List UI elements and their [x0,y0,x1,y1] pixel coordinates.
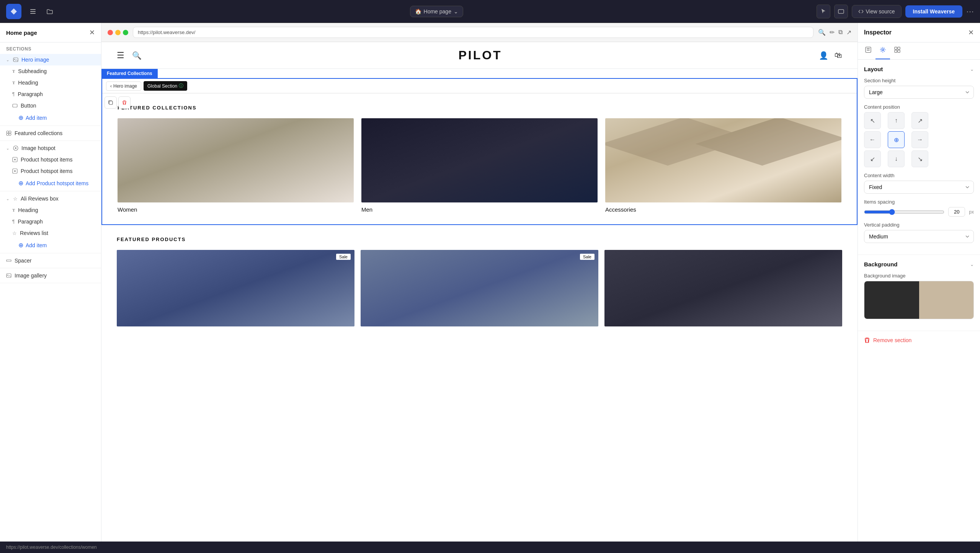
items-spacing-row: Items spacing px [864,199,974,217]
content-width-select[interactable]: Full Fixed Narrow [864,181,974,194]
page-selector[interactable]: 🏠 Home page ⌄ [410,6,463,17]
inspector-close-icon[interactable]: ✕ [968,28,974,37]
store-search-icon[interactable]: 🔍 [132,51,142,60]
position-e-btn[interactable]: → [911,131,928,148]
sidebar-item-reviews-list[interactable]: ☆ Reviews list [0,227,101,239]
position-sw-btn[interactable]: ↙ [864,150,881,167]
maximize-dot[interactable] [123,30,128,35]
cursor-tool-btn[interactable] [817,5,830,18]
browser-chrome: https://pilot.weaverse.dev/ 🔍 ✏ ⧉ ↗ [101,23,858,42]
global-section-badge[interactable]: Global Section ⓘ [144,81,187,91]
sidebar-item-featured-collections[interactable]: Featured collections [0,127,101,139]
vertical-padding-select[interactable]: None Small Medium Large [864,230,974,243]
collection-card-men[interactable]: Men [361,118,598,213]
minimize-dot[interactable] [115,30,121,35]
hero-image-group: ⌄ Hero image T Subheading T Heading ¶ Pa… [0,54,101,126]
layout-section-header[interactable]: Layout ⌄ [864,66,974,72]
account-icon[interactable]: 👤 [819,51,828,60]
collection-card-accessories[interactable]: Accessories [605,118,841,213]
inspector-tab-layout[interactable] [861,42,875,59]
sidebar-item-spacer[interactable]: Spacer [0,255,101,266]
global-section-label: Global Section [147,83,177,89]
install-label: Install Weaverse [913,8,955,15]
main-layout: Home page ✕ Sections ⌄ Hero image T Subh… [0,23,980,542]
delete-section-btn[interactable] [118,96,131,109]
items-spacing-label: Items spacing [864,199,974,205]
remove-section-label: Remove section [873,337,911,343]
sidebar-add-item-1[interactable]: ⊕ Add item [0,111,101,124]
hotspot-icon [13,145,18,151]
sidebar-item-label-paragraph: Paragraph [18,91,42,97]
items-spacing-value[interactable] [948,207,965,217]
sidebar-item-hero-image[interactable]: ⌄ Hero image [0,54,101,65]
background-section-header[interactable]: Background ⌄ [864,261,974,268]
svg-rect-21 [109,101,113,104]
remove-section-btn[interactable]: Remove section [858,331,980,349]
sidebar-item-subheading[interactable]: T Subheading [0,65,101,77]
more-options-icon[interactable]: ⋯ [966,7,974,16]
sidebar-item-paragraph-2[interactable]: ¶ Paragraph [0,216,101,227]
inspector-tab-grid[interactable] [890,42,905,59]
bg-preview-light [919,281,974,319]
svg-point-11 [9,133,11,135]
featured-collections-badge[interactable]: Featured Collections [101,69,158,78]
sidebar-item-heading-2[interactable]: T Heading [0,204,101,216]
browser-url-bar[interactable]: https://pilot.weaverse.dev/ [133,27,813,38]
copy-section-btn[interactable] [105,96,117,109]
tab-icon[interactable]: ⧉ [838,29,843,36]
product-card-2[interactable]: Sale [361,250,598,326]
hamburger-icon[interactable]: ☰ [117,51,124,60]
layers-icon-btn[interactable] [26,5,40,18]
type-icon-3: T [12,208,15,212]
position-w-btn[interactable]: ← [864,131,881,148]
position-nw-btn[interactable]: ↖ [864,112,881,129]
sidebar-item-paragraph[interactable]: ¶ Paragraph [0,88,101,100]
sidebar-item-label-image-gallery: Image gallery [15,272,47,279]
close-dot[interactable] [108,30,113,35]
device-toggle-btn[interactable] [834,5,848,18]
position-n-btn[interactable]: ↑ [888,112,905,129]
items-spacing-unit: px [969,209,974,215]
sidebar-add-product-hotspot[interactable]: ⊕ Add Product hotspot items [0,177,101,189]
position-center-btn[interactable]: ⊕ [888,131,905,148]
sidebar-item-label-heading: Heading [18,80,38,86]
product-card-1[interactable]: Sale [117,250,354,326]
search-icon[interactable]: 🔍 [818,29,826,36]
sidebar-item-label-subheading: Subheading [18,68,47,74]
section-height-select[interactable]: Small Medium Large Custom [864,86,974,99]
install-button[interactable]: Install Weaverse [905,5,962,18]
paragraph-icon: ¶ [12,91,15,97]
new-tab-icon[interactable]: ↗ [846,29,851,36]
position-s-btn[interactable]: ↓ [888,150,905,167]
position-ne-btn[interactable]: ↗ [911,112,928,129]
background-image-preview[interactable] [864,281,974,319]
sidebar-item-ali-reviews[interactable]: ⌄ ☆ Ali Reviews box [0,193,101,204]
collection-card-women[interactable]: Women [118,118,354,213]
inspector-tab-settings[interactable] [875,42,890,59]
sidebar-item-heading[interactable]: T Heading [0,77,101,88]
sidebar-item-image-hotspot[interactable]: ⌄ Image hotspot [0,142,101,154]
product-card-3[interactable] [604,250,842,326]
edit-icon[interactable]: ✏ [830,29,835,36]
sidebar-item-image-gallery[interactable]: Image gallery [0,270,101,281]
star-icon-2: ☆ [12,230,17,236]
svg-point-15 [14,159,16,160]
paragraph-icon-2: ¶ [12,219,15,224]
sidebar-item-label-paragraph-2: Paragraph [18,219,42,225]
sidebar-item-label-featured-collections: Featured collections [15,130,62,136]
chevron-down-icon: ⌄ [454,8,458,15]
vertical-padding-label: Vertical padding [864,222,974,228]
hero-image-back-btn[interactable]: ‹ Hero image [106,82,141,91]
folder-icon-btn[interactable] [43,5,57,18]
sidebar-item-button[interactable]: Button [0,100,101,111]
sidebar-item-product-hotspot-1[interactable]: Product hotspot items [0,154,101,165]
sidebar-add-item-2[interactable]: ⊕ Add item [0,239,101,251]
position-se-btn[interactable]: ↘ [911,150,928,167]
items-spacing-slider[interactable] [864,209,944,215]
browser-nav-icons: 🔍 ✏ ⧉ ↗ [818,29,851,36]
sidebar-close-icon[interactable]: ✕ [89,28,95,37]
collection-img-accessories [605,118,841,202]
view-source-button[interactable]: View source [852,5,902,18]
cart-icon[interactable]: 🛍 [835,51,842,60]
sidebar-item-product-hotspot-2[interactable]: Product hotspot items [0,165,101,177]
